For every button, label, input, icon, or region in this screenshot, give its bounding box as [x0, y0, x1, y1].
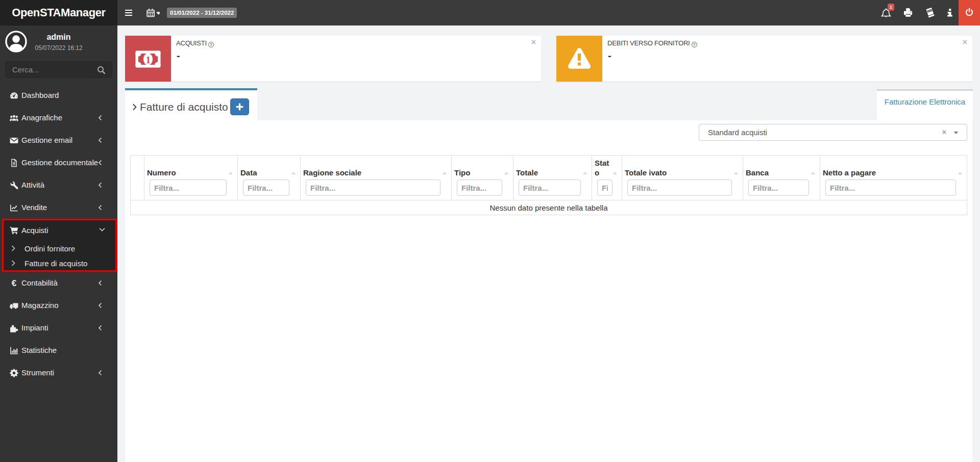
- svg-text:1: 1: [145, 55, 151, 65]
